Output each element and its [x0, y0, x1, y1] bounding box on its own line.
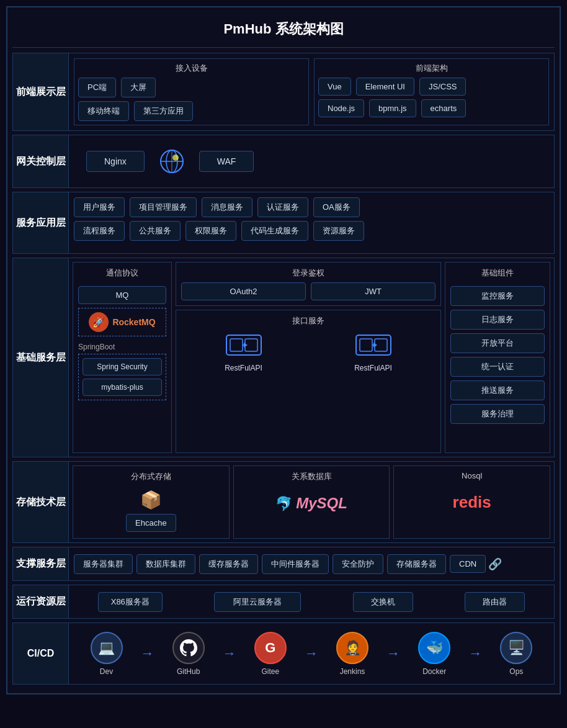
cicd-github: GitHub: [172, 632, 205, 676]
gateway-inner: Nginx WAF: [74, 140, 549, 182]
arch-bpmn: bpmn.js: [369, 99, 416, 117]
support-layer: 支撑服务层 服务器集群 数据库集群 缓存服务器 中间件服务器 安全防护 存储服务…: [12, 547, 555, 581]
arrow3: →: [305, 645, 318, 662]
basic-governance: 服务治理: [450, 404, 545, 424]
redis-logo: redis: [453, 488, 491, 517]
runtime-x86: X86服务器: [98, 592, 163, 612]
support-cdn: CDN: [450, 555, 486, 573]
support-server-cluster: 服务器集群: [74, 554, 133, 574]
arch-nodejs: Node.js: [318, 99, 364, 117]
svc-auth: 认证服务: [257, 197, 308, 217]
oauth2-chip: OAuth2: [181, 282, 306, 300]
foundation-inner: 通信协议 MQ 🚀 RocketMQ SpringBoot Spring Sec…: [69, 258, 554, 457]
access-row2: 移动终端 第三方应用: [78, 101, 305, 121]
springboot-label: SpringBoot: [78, 343, 166, 351]
page-title: PmHub 系统架构图: [12, 12, 555, 48]
rocketmq-icon: 🚀: [89, 312, 109, 332]
dist-storage: 分布式存储 📦 Ehcache: [73, 465, 230, 539]
rel-title: 关系数据库: [292, 471, 332, 482]
spring-security-chip: Spring Security: [83, 358, 162, 375]
svg-marker-9: [244, 343, 248, 348]
cicd-layer: CI/CD 💻 Dev → GitHub → G Gitee: [12, 622, 555, 685]
storage-layer: 存储技术层 分布式存储 📦 Ehcache 关系数据库 🐬 MySQL Nosq…: [12, 461, 555, 543]
svg-rect-11: [360, 339, 372, 351]
svc-user: 用户服务: [74, 197, 125, 217]
gateway-layer: 网关控制层 Nginx WAF: [12, 135, 555, 188]
ehcache-chip: Ehcache: [126, 514, 176, 532]
ehcache-icon: 📦: [140, 490, 162, 510]
access-third: 第三方应用: [134, 101, 193, 121]
support-middleware: 中间件服务器: [262, 554, 329, 574]
runtime-router: 路由器: [465, 592, 525, 612]
comm-title: 通信协议: [78, 267, 166, 279]
storage-label: 存储技术层: [13, 462, 69, 542]
access-mobile: 移动终端: [78, 101, 129, 121]
jenkins-icon: 🤵: [336, 632, 368, 664]
services-layer: 服务应用层 用户服务 项目管理服务 消息服务 认证服务 OA服务 流程服务 公共…: [12, 192, 555, 254]
dev-icon: 💻: [91, 632, 123, 664]
access-row1: PC端 大屏: [78, 78, 305, 97]
arrow5: →: [468, 645, 482, 662]
springboot-box: Spring Security mybatis-plus: [78, 354, 166, 400]
runtime-switch: 交换机: [353, 592, 413, 612]
gateway-waf: WAF: [199, 151, 254, 172]
mysql-logo: 🐬 MySQL: [275, 490, 347, 517]
gitee-label: Gitee: [262, 667, 280, 676]
gateway-content: Nginx WAF: [69, 135, 554, 187]
runtime-label: 运行资源层: [13, 585, 69, 618]
rel-db: 关系数据库 🐬 MySQL: [233, 465, 390, 539]
svc-flow: 流程服务: [74, 221, 125, 241]
arrow4: →: [386, 645, 400, 662]
restful1-label: RestFulAPI: [225, 364, 262, 372]
arch-sub: 前端架构 Vue Element UI JS/CSS Node.js bpmn.…: [314, 58, 549, 125]
arch-row2: Node.js bpmn.js echarts: [318, 99, 545, 117]
arch-vue: Vue: [318, 78, 351, 96]
restful2-item: RestFulAPI: [354, 330, 392, 372]
support-cache-server: 缓存服务器: [199, 554, 258, 574]
cicd-ops: 🖥️ Ops: [500, 632, 532, 676]
arch-row1: Vue Element UI JS/CSS: [318, 78, 545, 96]
rocketmq-label: RocketMQ: [112, 317, 155, 327]
dev-label: Dev: [100, 667, 113, 676]
springboot-section: SpringBoot Spring Security mybatis-plus: [78, 343, 166, 400]
basic-title: 基础组件: [450, 267, 545, 279]
restful2-icon: [355, 330, 392, 360]
support-db-cluster: 数据库集群: [136, 554, 195, 574]
docker-label: Docker: [422, 667, 446, 676]
restful2-label: RestFulAPI: [354, 364, 392, 372]
svc-common: 公共服务: [130, 221, 181, 241]
access-bigscreen: 大屏: [121, 78, 156, 97]
runtime-layer: 运行资源层 X86服务器 阿里云服务器 交换机 路由器: [12, 585, 555, 619]
main-container: PmHub 系统架构图 前端展示层 接入设备 PC端 大屏 移动终端 第三方应用: [6, 6, 561, 694]
runtime-aliyun: 阿里云服务器: [214, 592, 301, 612]
arch-elementui: Element UI: [356, 78, 414, 96]
access-sub: 接入设备 PC端 大屏 移动终端 第三方应用: [74, 58, 309, 125]
support-storage-server: 存储服务器: [387, 554, 446, 574]
rocketmq-logo: 🚀 RocketMQ: [89, 312, 155, 332]
basic-log: 日志服务: [450, 310, 545, 330]
dist-title: 分布式存储: [131, 471, 171, 482]
svg-rect-6: [230, 339, 243, 351]
cicd-gitee: G Gitee: [254, 632, 287, 676]
ops-icon: 🖥️: [500, 632, 532, 664]
jenkins-label: Jenkins: [340, 667, 365, 676]
svc-project: 项目管理服务: [130, 197, 197, 217]
frontend-label: 前端展示层: [13, 53, 69, 130]
api-box: 接口服务 RestFulAPI: [176, 310, 441, 453]
mid-col: 登录鉴权 OAuth2 JWT 接口服务: [176, 262, 441, 453]
svc-msg: 消息服务: [202, 197, 252, 217]
support-content: 服务器集群 数据库集群 缓存服务器 中间件服务器 安全防护 存储服务器 CDN …: [69, 547, 554, 580]
arch-echarts: echarts: [421, 99, 467, 117]
svg-marker-14: [373, 343, 377, 348]
svc-perm: 权限服务: [185, 221, 236, 241]
mybatis-chip: mybatis-plus: [83, 379, 162, 396]
api-title: 接口服务: [181, 315, 435, 326]
storage-inner: 分布式存储 📦 Ehcache 关系数据库 🐬 MySQL Nosql redi…: [69, 462, 554, 542]
access-pc: PC端: [78, 78, 116, 97]
basic-monitor: 监控服务: [450, 286, 545, 306]
basic-openplatform: 开放平台: [450, 333, 545, 353]
runtime-content: X86服务器 阿里云服务器 交换机 路由器: [69, 585, 554, 618]
foundation-layer: 基础服务层 通信协议 MQ 🚀 RocketMQ SpringBoot Spri…: [12, 258, 555, 457]
globe-icon: [157, 146, 187, 176]
github-label: GitHub: [177, 667, 200, 676]
